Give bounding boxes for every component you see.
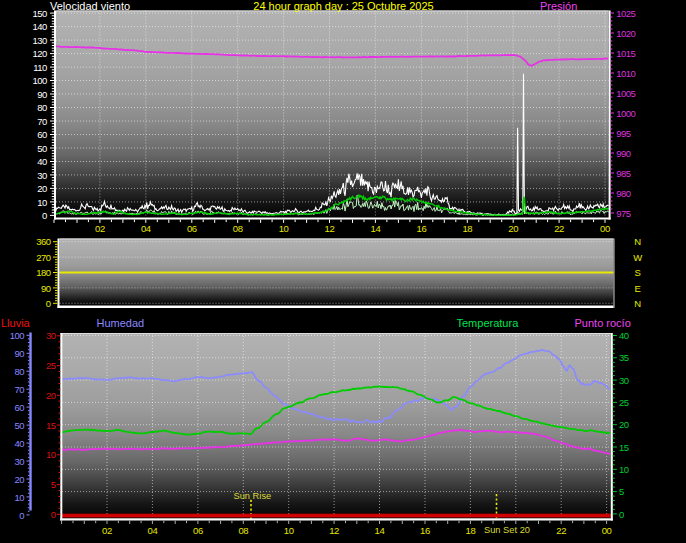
svg-text:04: 04 [148,525,158,536]
svg-text:20: 20 [508,223,518,234]
svg-text:5: 5 [51,479,56,490]
svg-text:12: 12 [329,525,339,536]
svg-text:10: 10 [279,223,289,234]
svg-text:90: 90 [41,283,51,294]
svg-text:W: W [633,252,642,263]
svg-text:N: N [634,236,641,247]
svg-text:15: 15 [46,420,56,431]
svg-text:E: E [635,283,641,294]
svg-text:35: 35 [619,352,629,363]
svg-text:10: 10 [37,197,47,208]
svg-text:100: 100 [10,330,25,341]
svg-text:10: 10 [46,449,56,460]
svg-text:00: 00 [600,223,610,234]
svg-text:270: 270 [36,252,51,263]
svg-text:30: 30 [37,170,47,181]
svg-text:990: 990 [616,148,631,159]
svg-text:18: 18 [462,223,472,234]
svg-text:0: 0 [46,298,51,309]
svg-text:10: 10 [14,492,24,503]
svg-text:18: 18 [466,525,476,536]
svg-text:30: 30 [46,330,56,341]
svg-text:1020: 1020 [616,28,635,39]
svg-text:10: 10 [284,525,294,536]
svg-text:Temperatura: Temperatura [457,317,520,329]
svg-text:140: 140 [32,21,47,32]
svg-text:06: 06 [187,223,197,234]
svg-text:360: 360 [36,236,51,247]
svg-text:60: 60 [37,129,47,140]
svg-text:24 hour graph day : 25 Octubre: 24 hour graph day : 25 Octubre 2025 [253,0,433,12]
svg-text:06: 06 [193,525,203,536]
svg-text:70: 70 [37,116,47,127]
svg-text:14: 14 [371,223,381,234]
svg-text:980: 980 [616,188,631,199]
svg-text:12: 12 [325,223,335,234]
svg-text:02: 02 [95,223,105,234]
svg-text:110: 110 [33,62,47,73]
svg-text:02: 02 [102,525,112,536]
svg-text:Presión: Presión [540,0,577,12]
svg-text:22: 22 [554,223,564,234]
svg-text:16: 16 [417,223,427,234]
svg-text:0: 0 [619,509,624,520]
svg-text:130: 130 [32,35,47,46]
svg-text:80: 80 [37,102,47,113]
svg-text:N: N [634,298,641,309]
svg-text:50: 50 [37,143,47,154]
svg-text:40: 40 [37,156,47,167]
svg-text:1025: 1025 [616,8,635,19]
svg-text:975: 975 [616,208,631,219]
svg-text:Sun Set 20: Sun Set 20 [484,525,530,535]
svg-text:04: 04 [141,223,151,234]
svg-text:70: 70 [14,384,24,395]
svg-text:0: 0 [42,210,47,221]
svg-text:30: 30 [14,456,24,467]
svg-text:985: 985 [616,168,631,179]
svg-text:1005: 1005 [616,88,635,99]
svg-text:20: 20 [46,390,56,401]
svg-text:08: 08 [233,223,243,234]
svg-text:1000: 1000 [616,108,635,119]
svg-text:100: 100 [32,75,47,86]
svg-text:16: 16 [420,525,430,536]
svg-text:40: 40 [14,438,24,449]
svg-text:15: 15 [619,442,629,453]
svg-text:08: 08 [238,525,248,536]
svg-text:1010: 1010 [616,68,635,79]
svg-text:50: 50 [14,420,24,431]
svg-text:Sun Rise: Sun Rise [234,491,272,501]
svg-text:Lluvia: Lluvia [1,317,31,329]
svg-text:00: 00 [602,525,612,536]
svg-text:Humedad: Humedad [97,317,145,329]
svg-text:14: 14 [375,525,385,536]
svg-text:90: 90 [37,89,47,100]
svg-text:150: 150 [32,8,47,19]
svg-text:S: S [635,267,641,278]
svg-text:Velocidad viento: Velocidad viento [50,0,130,12]
svg-text:20: 20 [619,419,629,430]
svg-text:90: 90 [14,348,24,359]
svg-text:995: 995 [616,128,631,139]
svg-text:80: 80 [14,366,24,377]
svg-text:Punto rocío: Punto rocío [575,317,631,329]
svg-text:60: 60 [14,402,24,413]
svg-text:0: 0 [19,510,24,521]
svg-text:22: 22 [556,525,566,536]
svg-text:1015: 1015 [616,48,635,59]
svg-text:0: 0 [51,509,56,520]
svg-text:40: 40 [619,330,629,341]
svg-text:25: 25 [46,360,56,371]
svg-text:10: 10 [619,464,629,475]
svg-text:5: 5 [619,486,624,497]
svg-text:20: 20 [37,183,47,194]
svg-text:20: 20 [14,474,24,485]
svg-text:180: 180 [36,267,51,278]
svg-text:120: 120 [32,48,47,59]
svg-text:25: 25 [619,397,629,408]
svg-text:30: 30 [619,375,629,386]
